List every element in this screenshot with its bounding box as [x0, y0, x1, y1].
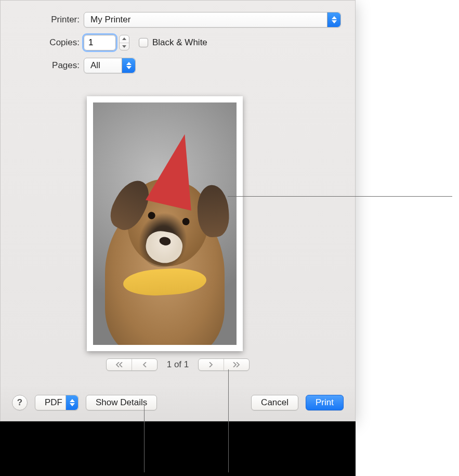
svg-marker-6	[70, 399, 75, 402]
svg-marker-3	[122, 45, 126, 48]
preview-pager: 1 of 1	[1, 358, 355, 371]
copies-label: Copies:	[1, 37, 84, 48]
dialog-footer: ? PDF Show Details Cancel Print	[1, 384, 355, 421]
svg-marker-5	[126, 66, 132, 69]
bw-label: Black & White	[152, 37, 207, 48]
annotation-line	[228, 369, 229, 472]
svg-marker-0	[332, 16, 337, 19]
updown-icon	[122, 58, 135, 73]
updown-icon	[327, 12, 340, 27]
chevron-left-icon	[142, 359, 147, 370]
double-chevron-right-icon	[232, 359, 241, 370]
bw-checkbox[interactable]	[139, 38, 148, 47]
last-page-button[interactable]	[224, 359, 249, 370]
printer-select[interactable]: My Printer	[84, 12, 341, 28]
svg-marker-7	[70, 403, 75, 406]
first-page-button[interactable]	[107, 359, 132, 370]
chevron-down-icon	[120, 43, 129, 50]
double-chevron-left-icon	[115, 359, 123, 370]
annotation-line	[144, 405, 145, 472]
pages-select[interactable]: All	[84, 58, 136, 73]
updown-icon	[65, 395, 78, 410]
printer-select-value: My Printer	[90, 15, 130, 25]
next-page-button[interactable]	[199, 359, 224, 370]
help-button[interactable]: ?	[12, 395, 28, 410]
copies-stepper[interactable]	[119, 35, 129, 50]
preview-page	[87, 96, 243, 351]
pdf-menu-button[interactable]: PDF	[35, 395, 78, 410]
preview-image	[93, 102, 237, 345]
print-button[interactable]: Print	[306, 395, 344, 410]
pdf-button-label: PDF	[45, 397, 62, 408]
pages-label: Pages:	[1, 60, 84, 71]
chevron-right-icon	[208, 359, 214, 370]
svg-marker-2	[122, 37, 126, 40]
pager-text: 1 of 1	[167, 359, 189, 370]
show-details-button[interactable]: Show Details	[86, 395, 157, 410]
print-dialog: Printer: My Printer Copies:	[0, 0, 356, 421]
chevron-up-icon	[120, 35, 129, 43]
printer-label: Printer:	[1, 15, 84, 25]
print-preview	[87, 96, 243, 351]
cancel-button[interactable]: Cancel	[251, 395, 298, 410]
pages-select-value: All	[90, 60, 100, 71]
copies-input[interactable]	[84, 35, 116, 50]
caption-area	[0, 421, 356, 476]
svg-marker-4	[126, 62, 132, 65]
svg-marker-1	[332, 20, 337, 23]
annotation-line	[228, 196, 452, 197]
prev-page-button[interactable]	[132, 359, 157, 370]
